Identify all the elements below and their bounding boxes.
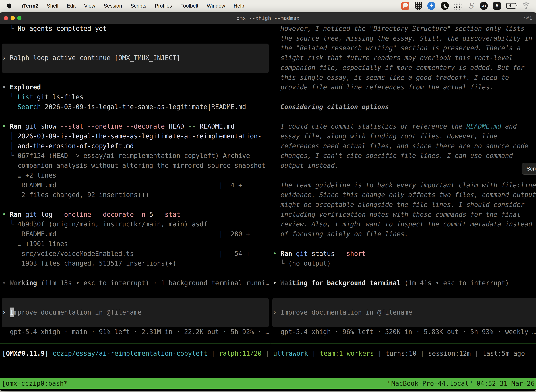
traffic-lights <box>4 12 21 24</box>
agents-status-line: └ No agents completed yet <box>2 24 107 33</box>
battery-icon[interactable] <box>506 3 516 9</box>
reasoning-paragraph-line: slight risk that future readers may over… <box>273 53 513 63</box>
menu-items: iTerm2ShellEditViewSessionScriptsProfile… <box>18 3 249 9</box>
menu-item-edit[interactable]: Edit <box>62 3 80 9</box>
git-log-stat-line: src/voice/voiceModeEnabled.ts | 54 + <box>2 249 250 259</box>
explored-search-line: Search 2026-03-09-is-legal-the-same-as-l… <box>2 102 246 112</box>
shield-icon[interactable] <box>415 2 422 10</box>
menu-item-help[interactable]: Help <box>229 3 248 9</box>
menu-bar: iTerm2ShellEditViewSessionScriptsProfile… <box>0 0 536 12</box>
pane-divider-vertical[interactable] <box>271 24 271 344</box>
left-prompt-input[interactable]: › Improve documentation in @filename <box>2 308 142 317</box>
git-log-stat-line: README.md | 280 + <box>2 229 250 239</box>
command-arg-line: │ and-the-erosion-of-copyleft.md <box>2 141 134 151</box>
wifi-icon[interactable] <box>522 2 531 9</box>
screen: iTerm2ShellEditViewSessionScriptsProfile… <box>0 0 536 392</box>
reasoning-paragraph-line: output instead. <box>273 161 339 171</box>
tmux-host-clock-label: "MacBook-Pro-44.local" 04:52 31-Mar-26 <box>388 380 535 387</box>
working-status-line: • Working (11m 13s • esc to interrupt) ·… <box>2 278 269 288</box>
menu-item-shell[interactable]: Shell <box>43 3 62 9</box>
right-prompt-input[interactable]: › Improve documentation in @filename <box>273 308 412 317</box>
git-show-output-line: … +2 lines <box>2 171 56 180</box>
explored-header: • Explored <box>2 82 41 92</box>
git-show-output-line: companion analysis without altering the … <box>2 161 266 171</box>
git-log-stat-line: 1903 files changed, 513517 insertions(+) <box>2 258 176 268</box>
right-session-statusbar: gpt-5.4 xhigh · 96% left · 520K in · 5.8… <box>273 327 536 337</box>
menu-item-window[interactable]: Window <box>203 3 229 9</box>
zigzag-icon[interactable] <box>427 2 436 10</box>
close-button[interactable] <box>4 16 8 20</box>
reasoning-paragraph-line: evidence. Since this change only affects… <box>273 190 536 200</box>
reasoning-paragraph-line: references need actual files, and since … <box>273 141 528 151</box>
ran-git-status-line: • Ran git status --short <box>273 249 366 259</box>
reasoning-paragraph-line: the source tree, missing the essay. Stil… <box>273 33 532 43</box>
reasoning-paragraph-line: I could cite commit statistics or refere… <box>273 121 517 131</box>
reasoning-paragraph-line: of focusing solely on file lines. <box>273 229 408 239</box>
reasoning-paragraph-line: including verification notes with those … <box>273 210 521 219</box>
git-show-stat-line: 2 files changed, 92 insertions(+) <box>2 190 149 200</box>
iterm-window: omx --xhigh --madmax ⌥⌘1 └ No agents com… <box>0 12 536 391</box>
window-title-bar[interactable]: omx --xhigh --madmax ⌥⌘1 <box>0 12 536 24</box>
git-show-stat-line: README.md | 4 + <box>2 180 242 190</box>
ran-git-show-line: • Ran git show --stat --oneline --decora… <box>2 121 234 131</box>
zoom-button[interactable] <box>17 16 21 20</box>
tmux-session-label[interactable]: [omx-cczip0:bash* <box>2 380 67 387</box>
minimize-button[interactable] <box>10 16 15 20</box>
menu-status-icons: ..61A <box>401 2 531 10</box>
git-status-output-line: └ (no output) <box>273 258 331 268</box>
menu-item-toolbelt[interactable]: Toolbelt <box>176 3 203 9</box>
reasoning-paragraph-line: The team guideline is to back every impo… <box>273 180 536 190</box>
badge-61-icon[interactable]: ..61 <box>480 2 488 10</box>
reasoning-paragraph-line: essay file, along with finding root file… <box>273 131 497 141</box>
screen-overlay-label: Scre <box>526 166 536 172</box>
command-arg-line: │ 2026-03-09-is-legal-the-same-as-legiti… <box>2 131 262 141</box>
git-show-output-line: └ 067f154 (HEAD -> essay/ai-reimplementa… <box>2 151 250 161</box>
tmux-status-bar: [omx-cczip0:bash* "MacBook-Pro-44.local"… <box>0 378 536 389</box>
git-log-output-line: … +1901 lines <box>2 239 68 249</box>
reasoning-paragraph-line: changes, I can't cite specific file line… <box>273 151 513 161</box>
left-session-statusbar: gpt-5.4 xhigh · main · 91% left · 2.31M … <box>2 327 269 337</box>
reasoning-paragraph-line: review. Also, I might want to inspect th… <box>273 219 532 229</box>
menu-item-iterm2[interactable]: iTerm2 <box>18 3 43 9</box>
ralph-inject-line: › Ralph loop active continue [OMX_TMUX_I… <box>2 53 180 63</box>
menu-item-scripts[interactable]: Scripts <box>126 3 151 9</box>
reasoning-paragraph-line: companion file, especially if more comme… <box>273 63 524 73</box>
ran-git-log-line: • Ran git log --oneline --decorate -n 5 … <box>2 210 180 219</box>
reasoning-paragraph-line: this single essay, it seems like a good … <box>273 73 509 83</box>
reasoning-paragraph-line: However, I noticed the "Directory Struct… <box>273 24 524 33</box>
apple-icon[interactable] <box>7 3 12 9</box>
menu-item-profiles[interactable]: Profiles <box>151 3 176 9</box>
git-log-output-line: └ 4b9d30f (origin/main, instructkr/main,… <box>2 219 207 229</box>
reasoning-paragraph-line: the "Related research writing" section i… <box>273 43 521 53</box>
menu-item-view[interactable]: View <box>80 3 99 9</box>
window-title: omx --xhigh --madmax <box>0 12 536 24</box>
pane-divider-horizontal[interactable] <box>0 344 536 344</box>
input-a-icon[interactable]: A <box>493 2 501 10</box>
dots-grid-icon[interactable] <box>454 2 462 10</box>
reasoning-heading: Considering citation options <box>273 102 389 112</box>
screen-overlay-chip[interactable]: Scre <box>522 163 536 175</box>
crescent-icon[interactable] <box>441 2 449 10</box>
window-shortcut-label: ⌥⌘1 <box>523 12 532 24</box>
reasoning-paragraph-line: might be acceptable alongside the file l… <box>273 200 524 210</box>
reasoning-paragraph-line: provide file and line references from th… <box>273 82 493 92</box>
waiting-status-line: • Waiting for background terminal (1m 41… <box>273 278 509 288</box>
squiggle-icon[interactable] <box>467 2 474 10</box>
menu-item-session[interactable]: Session <box>100 3 126 9</box>
chat-icon[interactable] <box>401 2 409 10</box>
explored-list-line: └ List git ls-files <box>2 92 83 102</box>
omx-status-line: [OMX#0.11.9] cczip/essay/ai-reimplementa… <box>2 349 525 359</box>
